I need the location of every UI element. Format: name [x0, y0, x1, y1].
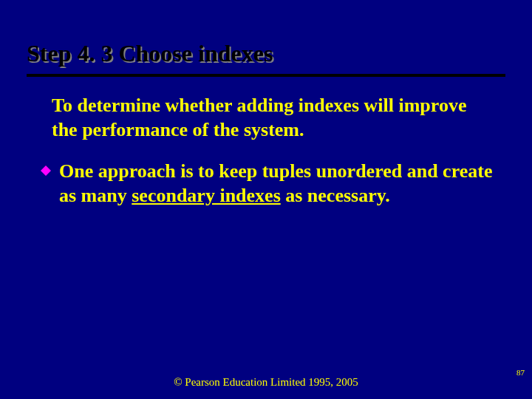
slide: Step 4. 3 Choose indexes To determine wh… [0, 0, 532, 399]
slide-title: Step 4. 3 Choose indexes [27, 40, 505, 73]
bullet-item: One approach is to keep tuples unordered… [40, 159, 495, 208]
diamond-bullet-icon [40, 165, 52, 177]
slide-body: To determine whether adding indexes will… [52, 93, 495, 208]
bullet-text-underlined: secondary indexes [132, 185, 281, 206]
bullet-text-suffix: as necessary. [281, 185, 390, 206]
title-underline-rule [27, 74, 505, 77]
intro-paragraph: To determine whether adding indexes will… [52, 93, 495, 143]
copyright-footer: © Pearson Education Limited 1995, 2005 [0, 376, 532, 389]
bullet-text: One approach is to keep tuples unordered… [59, 159, 495, 208]
page-number: 87 [516, 368, 525, 377]
svg-marker-0 [41, 166, 51, 176]
